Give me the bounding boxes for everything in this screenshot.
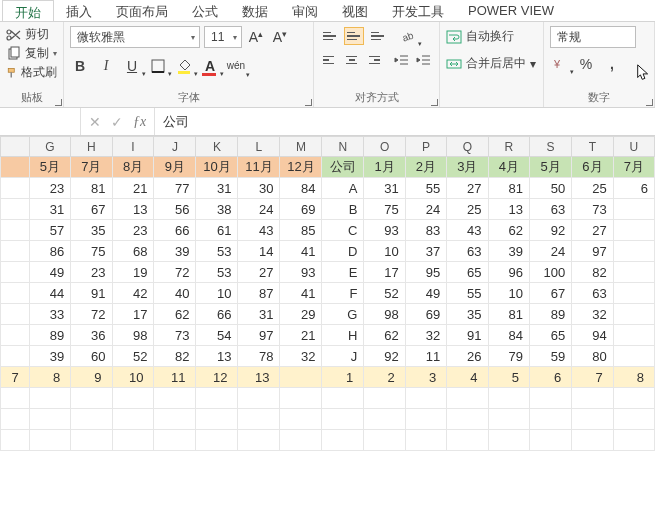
data-cell[interactable]: 43 <box>447 220 488 241</box>
month-header-cell[interactable]: 8月 <box>112 157 154 178</box>
summary-cell[interactable] <box>280 367 322 388</box>
data-cell[interactable]: 53 <box>196 241 238 262</box>
data-cell[interactable]: 32 <box>572 304 613 325</box>
data-cell[interactable]: 67 <box>71 199 112 220</box>
empty-cell[interactable] <box>613 409 654 430</box>
summary-cell[interactable]: 6 <box>529 367 571 388</box>
data-cell[interactable]: 60 <box>71 346 112 367</box>
data-cell[interactable]: 10 <box>196 283 238 304</box>
data-cell[interactable]: 93 <box>364 220 405 241</box>
empty-cell[interactable] <box>1 430 30 451</box>
data-cell[interactable]: 40 <box>154 283 196 304</box>
data-cell[interactable]: 80 <box>572 346 613 367</box>
summary-cell[interactable]: 5 <box>488 367 529 388</box>
data-cell[interactable] <box>613 325 654 346</box>
data-cell[interactable]: 91 <box>71 283 112 304</box>
data-cell[interactable]: 52 <box>364 283 405 304</box>
month-header-cell[interactable]: 5月 <box>29 157 70 178</box>
data-cell[interactable]: E <box>322 262 364 283</box>
summary-cell[interactable]: 1 <box>322 367 364 388</box>
fill-color-button[interactable]: ▾ <box>174 56 194 76</box>
dialog-launcher-clipboard[interactable] <box>52 96 62 106</box>
tab-review[interactable]: 审阅 <box>280 0 330 21</box>
font-size-combo[interactable]: 11 ▾ <box>204 26 242 48</box>
empty-cell[interactable] <box>529 430 571 451</box>
data-cell[interactable]: 43 <box>238 220 280 241</box>
data-cell[interactable]: 84 <box>280 178 322 199</box>
empty-cell[interactable] <box>405 388 446 409</box>
tab-powerview[interactable]: POWER VIEW <box>456 0 566 21</box>
data-cell[interactable]: G <box>322 304 364 325</box>
data-cell[interactable]: 89 <box>529 304 571 325</box>
empty-cell[interactable] <box>364 388 405 409</box>
data-cell[interactable]: 32 <box>280 346 322 367</box>
summary-cell[interactable]: 9 <box>71 367 112 388</box>
data-cell[interactable] <box>613 346 654 367</box>
column-header[interactable]: U <box>613 137 654 157</box>
data-cell[interactable]: 77 <box>154 178 196 199</box>
data-cell[interactable]: 69 <box>280 199 322 220</box>
align-center-button[interactable] <box>342 51 360 69</box>
summary-cell[interactable]: 3 <box>405 367 446 388</box>
accept-formula-button[interactable]: ✓ <box>111 114 123 130</box>
data-cell[interactable]: 94 <box>572 325 613 346</box>
data-cell[interactable]: 98 <box>112 325 154 346</box>
empty-cell[interactable] <box>1 388 30 409</box>
empty-cell[interactable] <box>71 430 112 451</box>
empty-cell[interactable] <box>238 430 280 451</box>
data-cell[interactable]: 35 <box>447 304 488 325</box>
data-cell[interactable]: 55 <box>447 283 488 304</box>
data-cell[interactable]: 10 <box>488 283 529 304</box>
data-cell[interactable]: 24 <box>529 241 571 262</box>
data-cell[interactable]: 44 <box>29 283 70 304</box>
data-cell[interactable]: 53 <box>196 262 238 283</box>
column-header[interactable]: O <box>364 137 405 157</box>
data-cell[interactable]: 13 <box>196 346 238 367</box>
data-cell[interactable]: 81 <box>71 178 112 199</box>
data-cell[interactable]: 83 <box>405 220 446 241</box>
data-cell[interactable]: 72 <box>154 262 196 283</box>
empty-cell[interactable] <box>280 388 322 409</box>
number-format-combo[interactable]: 常规 <box>550 26 636 48</box>
data-cell[interactable]: H <box>322 325 364 346</box>
dialog-launcher-number[interactable] <box>643 96 653 106</box>
data-cell[interactable] <box>613 262 654 283</box>
month-header-cell[interactable]: 2月 <box>405 157 446 178</box>
empty-cell[interactable] <box>29 409 70 430</box>
empty-cell[interactable] <box>529 409 571 430</box>
copy-button[interactable]: 复制 ▾ <box>6 45 57 62</box>
data-cell[interactable]: 13 <box>488 199 529 220</box>
dialog-launcher-align[interactable] <box>428 96 438 106</box>
data-cell[interactable]: 73 <box>572 199 613 220</box>
data-cell[interactable]: 17 <box>364 262 405 283</box>
data-cell[interactable]: 95 <box>405 262 446 283</box>
data-cell[interactable]: 62 <box>154 304 196 325</box>
data-cell[interactable]: 65 <box>447 262 488 283</box>
data-cell[interactable]: 57 <box>29 220 70 241</box>
data-cell[interactable]: 26 <box>447 346 488 367</box>
summary-cell[interactable]: 13 <box>238 367 280 388</box>
data-cell[interactable]: 36 <box>71 325 112 346</box>
empty-cell[interactable] <box>572 388 613 409</box>
formula-input[interactable] <box>155 108 655 135</box>
data-cell[interactable]: 21 <box>280 325 322 346</box>
data-cell[interactable]: 92 <box>529 220 571 241</box>
empty-cell[interactable] <box>613 430 654 451</box>
data-cell[interactable]: 33 <box>29 304 70 325</box>
data-cell[interactable]: 35 <box>71 220 112 241</box>
data-cell[interactable]: J <box>322 346 364 367</box>
tab-home[interactable]: 开始 <box>2 0 54 21</box>
column-header[interactable]: R <box>488 137 529 157</box>
data-cell[interactable]: 19 <box>112 262 154 283</box>
data-cell[interactable]: 65 <box>529 325 571 346</box>
month-header-cell[interactable]: 11月 <box>238 157 280 178</box>
data-cell[interactable]: 63 <box>529 199 571 220</box>
border-button[interactable]: ▾ <box>148 56 168 76</box>
font-name-combo[interactable]: 微软雅黑 ▾ <box>70 26 200 48</box>
data-cell[interactable]: 68 <box>112 241 154 262</box>
data-cell[interactable]: 49 <box>29 262 70 283</box>
tab-developer[interactable]: 开发工具 <box>380 0 456 21</box>
currency-button[interactable]: ¥ ▾ <box>550 54 570 74</box>
data-cell[interactable]: 14 <box>238 241 280 262</box>
empty-cell[interactable] <box>488 430 529 451</box>
